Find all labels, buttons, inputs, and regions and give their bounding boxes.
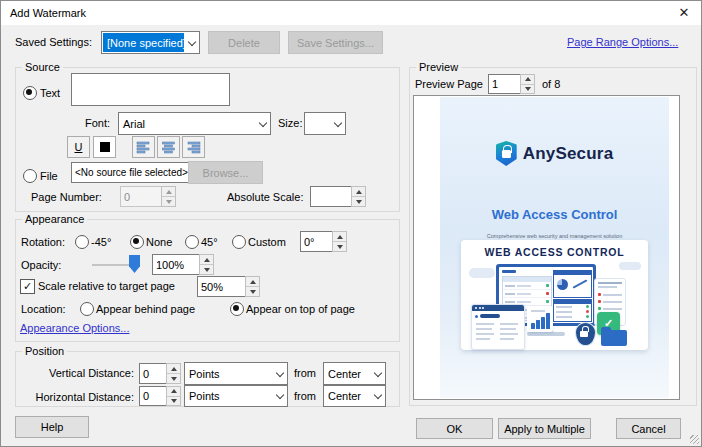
help-button[interactable]: Help bbox=[15, 416, 89, 438]
rotation-degree-spinner[interactable] bbox=[332, 231, 347, 252]
horizontal-unit-select[interactable]: Points bbox=[184, 385, 288, 407]
ok-button[interactable]: OK bbox=[416, 418, 493, 439]
spin-down-button[interactable] bbox=[246, 287, 259, 296]
spin-down-button[interactable] bbox=[200, 265, 213, 274]
spin-up-button[interactable] bbox=[167, 364, 180, 374]
underline-icon: U bbox=[75, 141, 83, 153]
spin-up-button[interactable] bbox=[246, 277, 259, 287]
vertical-anchor-value: Center bbox=[324, 363, 370, 384]
rotation-none-label: None bbox=[146, 236, 172, 248]
saved-settings-select[interactable]: [None specified] bbox=[101, 31, 200, 54]
spin-down-button[interactable] bbox=[333, 242, 346, 251]
vertical-distance-spinner[interactable] bbox=[166, 363, 181, 384]
preview-page-total: of 8 bbox=[542, 78, 560, 90]
absolute-scale-label: Absolute Scale: bbox=[227, 191, 303, 203]
horizontal-distance-spinner[interactable] bbox=[166, 386, 181, 406]
spin-down-button[interactable] bbox=[352, 197, 365, 206]
access-list-panel bbox=[553, 299, 592, 322]
rotation-none-radio[interactable] bbox=[130, 235, 144, 249]
rotation-custom-radio[interactable] bbox=[232, 235, 246, 249]
opacity-label: Opacity: bbox=[21, 259, 61, 271]
file-radio[interactable] bbox=[23, 169, 37, 183]
scale-checkbox-label: Scale relative to target page bbox=[38, 280, 175, 292]
delete-button: Delete bbox=[208, 31, 280, 54]
horizontal-anchor-select[interactable]: Center bbox=[323, 385, 386, 407]
horizontal-unit-value: Points bbox=[185, 386, 272, 406]
spin-up-button[interactable] bbox=[521, 75, 534, 85]
illustration-browser-window bbox=[471, 304, 525, 350]
location-label: Location: bbox=[21, 303, 66, 315]
text-radio-label: Text bbox=[40, 87, 60, 99]
folder-icon bbox=[601, 330, 627, 346]
preview-page-label: Preview Page bbox=[415, 78, 483, 90]
vertical-unit-select[interactable]: Points bbox=[184, 362, 288, 385]
flyer-card-title: WEB ACCESS CONTROL bbox=[461, 246, 648, 258]
chevron-down-icon bbox=[184, 32, 199, 53]
apply-to-multiple-button[interactable]: Apply to Multiple bbox=[498, 418, 591, 439]
cloud-shape bbox=[469, 268, 495, 278]
rotation-45-radio[interactable] bbox=[185, 235, 199, 249]
text-radio[interactable] bbox=[23, 86, 37, 100]
appearance-group-label: Appearance bbox=[22, 213, 87, 225]
align-center-button[interactable] bbox=[157, 136, 180, 158]
source-group-label: Source bbox=[22, 61, 63, 73]
pie-chart bbox=[557, 279, 568, 290]
align-left-button[interactable] bbox=[132, 136, 155, 158]
page-range-options-link[interactable]: Page Range Options... bbox=[567, 36, 678, 48]
opacity-spinner[interactable] bbox=[199, 254, 214, 275]
spin-up-button[interactable] bbox=[352, 187, 365, 197]
close-icon[interactable]: ✕ bbox=[676, 5, 692, 21]
spin-down-button[interactable] bbox=[521, 85, 534, 94]
align-right-button[interactable] bbox=[182, 136, 205, 158]
analytics-panel bbox=[553, 270, 592, 298]
cancel-button[interactable]: Cancel bbox=[616, 418, 681, 439]
font-value: Arial bbox=[119, 113, 255, 134]
chevron-down-icon bbox=[370, 363, 385, 384]
vertical-anchor-select[interactable]: Center bbox=[323, 362, 386, 385]
rotation-45-label: 45° bbox=[201, 236, 218, 248]
appearance-options-link[interactable]: Appearance Options... bbox=[20, 322, 129, 334]
spin-up-button[interactable] bbox=[333, 232, 346, 242]
spin-up-button[interactable] bbox=[200, 255, 213, 265]
resize-grip[interactable] bbox=[690, 435, 699, 444]
preview-page-spinner[interactable] bbox=[520, 74, 535, 94]
rotation-neg45-radio[interactable] bbox=[75, 235, 89, 249]
flyer-tagline: Comprehensive web security and managemen… bbox=[440, 233, 669, 239]
spin-down-button bbox=[162, 197, 175, 206]
vertical-unit-value: Points bbox=[185, 363, 272, 384]
flyer-heading: Web Access Control bbox=[440, 207, 669, 222]
spin-up-button[interactable] bbox=[167, 387, 180, 397]
color-swatch-icon bbox=[100, 142, 110, 152]
monitor-base bbox=[527, 332, 565, 336]
chevron-down-icon bbox=[255, 113, 270, 134]
appear-on-top-label: Appear on top of page bbox=[246, 303, 355, 315]
spin-down-button[interactable] bbox=[167, 397, 180, 406]
scale-checkbox[interactable]: ✓ bbox=[20, 279, 35, 294]
appear-behind-radio[interactable] bbox=[80, 302, 94, 316]
scale-percent-spinner[interactable] bbox=[245, 276, 260, 297]
security-shield-lock-icon bbox=[575, 322, 596, 346]
spin-up-button bbox=[162, 187, 175, 197]
size-value bbox=[305, 113, 330, 134]
scale-percent-field[interactable]: 50% bbox=[197, 276, 252, 297]
font-select[interactable]: Arial bbox=[118, 112, 271, 135]
source-file-field[interactable]: <No source file selected> bbox=[71, 162, 192, 183]
horizontal-anchor-value: Center bbox=[324, 386, 370, 406]
underline-button[interactable]: U bbox=[67, 136, 90, 158]
appear-on-top-radio[interactable] bbox=[230, 302, 244, 316]
spin-down-button[interactable] bbox=[167, 374, 180, 383]
trend-line bbox=[572, 279, 587, 288]
bar-chart bbox=[531, 313, 550, 329]
menu-bar bbox=[502, 270, 516, 273]
size-select[interactable] bbox=[304, 112, 346, 135]
vertical-distance-label: Vertical Distance: bbox=[15, 367, 134, 379]
chevron-down-icon bbox=[330, 113, 345, 134]
watermark-text-input[interactable] bbox=[71, 73, 230, 106]
titlebar: Add Watermark ✕ bbox=[1, 1, 701, 25]
cloud-shape bbox=[619, 262, 641, 270]
font-color-button[interactable] bbox=[93, 136, 116, 158]
vertical-from-label: from bbox=[294, 367, 316, 379]
opacity-field[interactable]: 100% bbox=[152, 254, 206, 275]
check-icon: ✓ bbox=[23, 280, 32, 292]
absolute-scale-spinner[interactable] bbox=[351, 186, 366, 207]
